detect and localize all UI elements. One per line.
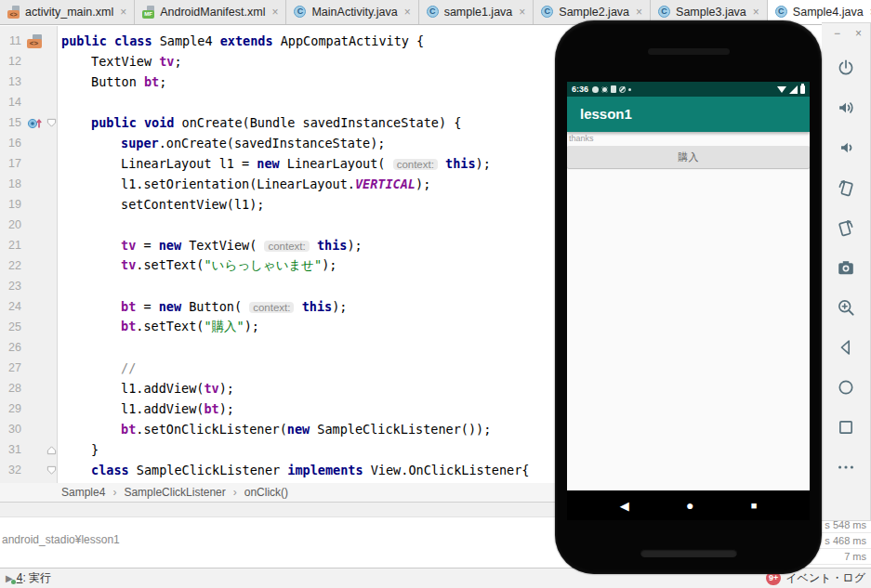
breadcrumb-item-sampleclicklistener[interactable]: SampleClickListener [124, 486, 225, 499]
line-number: 12 [0, 55, 24, 68]
back-icon[interactable] [822, 327, 870, 367]
buy-button[interactable]: 購入 [567, 146, 810, 168]
code-text: public void onCreate(Bundle savedInstanc… [58, 115, 461, 130]
dot-icon [628, 88, 631, 91]
tab-close-icon[interactable]: × [753, 6, 759, 19]
running-indicator-dot [11, 580, 16, 584]
overview-icon[interactable] [822, 407, 870, 447]
no-signal-icon [619, 86, 626, 93]
line-number: 29 [0, 402, 24, 415]
line-number: 18 [0, 177, 24, 190]
fold-marker-icon[interactable] [45, 118, 58, 128]
code-text: TextView tv; [58, 54, 182, 69]
more-icon[interactable] [822, 447, 870, 487]
line-number: 30 [0, 423, 24, 436]
code-text: setContentView(l1); [58, 197, 264, 212]
class-file-icon: C [294, 6, 307, 19]
tab-label: AndroidManifest.xml [160, 6, 265, 19]
line-number: 16 [0, 137, 24, 150]
class-file-icon: C [658, 6, 671, 19]
code-text: public class Sample4 extends AppCompatAc… [58, 33, 424, 48]
tab-label: sample1.java [444, 6, 513, 19]
wifi-icon [777, 86, 786, 93]
tab-label: Sample4.java [793, 6, 864, 19]
battery-icon [800, 85, 805, 94]
line-number: 28 [0, 382, 24, 395]
code-text: bt.setOnClickListener(new SampleClickLis… [58, 422, 491, 437]
class-file-icon: C [541, 6, 554, 19]
breadcrumb-separator: › [233, 486, 237, 499]
nav-home-icon[interactable]: ● [686, 498, 693, 513]
tab-close-icon[interactable]: × [271, 6, 278, 19]
tab-label: activity_main.xml [25, 6, 113, 19]
app-content: thanks 購入 [567, 132, 810, 168]
tab-label: Sample2.java [559, 6, 629, 19]
code-text: tv = new TextView( context: this); [58, 238, 363, 253]
tab-mainactivity-java[interactable]: CMainActivity.java× [286, 0, 418, 24]
android-nav-bar: ◀●■ [567, 490, 810, 520]
fold-marker-icon[interactable] [45, 465, 58, 476]
rotate-right-icon[interactable] [822, 207, 870, 247]
tab-close-icon[interactable]: × [404, 6, 411, 19]
line-number: 21 [0, 239, 24, 252]
breadcrumb-separator: › [112, 486, 116, 499]
home-icon[interactable] [822, 367, 870, 407]
xml-file-icon: <> [7, 6, 20, 19]
line-number: 25 [0, 320, 24, 333]
play-icon [601, 86, 608, 93]
tab-close-icon[interactable]: × [519, 6, 525, 19]
line-number: 27 [0, 361, 24, 374]
zoom-icon[interactable] [822, 287, 870, 327]
line-number: 23 [0, 280, 24, 293]
emulator-minimize-icon[interactable]: − [834, 27, 840, 47]
run-toolwindow-tab[interactable]: ▶ 4: 実行 [6, 570, 51, 586]
code-text: tv.setText("いらっしゃいませ"); [58, 257, 337, 274]
breadcrumb-item-onclick[interactable]: onClick() [244, 486, 288, 499]
code-text: l1.addView(tv); [58, 381, 234, 396]
android-studio-window: <>activity_main.xml×MFAndroidManifest.xm… [0, 0, 871, 588]
volume-up-icon[interactable] [822, 87, 870, 127]
gear-icon [592, 86, 599, 93]
phone-speaker [640, 549, 737, 557]
emulator-close-icon[interactable]: × [855, 27, 862, 47]
line-number: 26 [0, 341, 24, 354]
class-file-icon: C [775, 6, 788, 19]
code-text: } [58, 442, 99, 457]
class-file-icon: C [427, 6, 440, 19]
line-number: 31 [0, 443, 24, 456]
nav-overview-icon[interactable]: ■ [751, 500, 758, 511]
line-number: 22 [0, 259, 24, 272]
camera-icon[interactable] [822, 247, 870, 287]
phone-earpiece [648, 48, 730, 55]
nav-back-icon[interactable]: ◀ [620, 499, 629, 513]
android-status-bar: 6:36 [567, 82, 810, 97]
tab-close-icon[interactable]: × [120, 6, 126, 19]
tab-close-icon[interactable]: × [636, 6, 642, 19]
emulator-window: − × 6:36 lesson1 thanks 購入 ◀●■ [555, 20, 871, 574]
line-number: 11 [0, 34, 24, 47]
rotate-left-icon[interactable] [822, 167, 870, 207]
power-icon[interactable] [822, 47, 870, 87]
code-text: LinearLayout l1 = new LinearLayout( cont… [58, 156, 491, 171]
override-gutter-icon[interactable] [24, 116, 45, 130]
line-number: 19 [0, 198, 24, 211]
fold-marker-icon[interactable] [45, 445, 58, 455]
phone-device-frame: 6:36 lesson1 thanks 購入 ◀●■ [555, 20, 822, 574]
code-text: // [58, 360, 136, 375]
code-text: l1.addView(bt); [58, 401, 234, 416]
signal-icon [789, 85, 798, 94]
code-text: bt.setText("購入"); [58, 319, 259, 335]
app-title-bar: lesson1 [567, 97, 810, 132]
line-number: 15 [0, 116, 24, 129]
line-number: 32 [0, 464, 24, 477]
tab-label: Sample3.java [676, 6, 746, 19]
volume-down-icon[interactable] [822, 127, 870, 167]
code-text: bt = new Button( context: this); [58, 299, 347, 314]
tab-androidmanifest-xml[interactable]: MFAndroidManifest.xml× [135, 0, 286, 24]
tab-activity-main-xml[interactable]: <>activity_main.xml× [0, 0, 135, 24]
run-icon: ▶ [6, 573, 13, 583]
breadcrumb-item-sample4[interactable]: Sample4 [61, 486, 105, 499]
tab-sample1-java[interactable]: Csample1.java× [419, 0, 534, 24]
code-text: class SampleClickListener implements Vie… [58, 463, 529, 477]
layout-xml-gutter-icon[interactable]: <> [24, 34, 45, 48]
